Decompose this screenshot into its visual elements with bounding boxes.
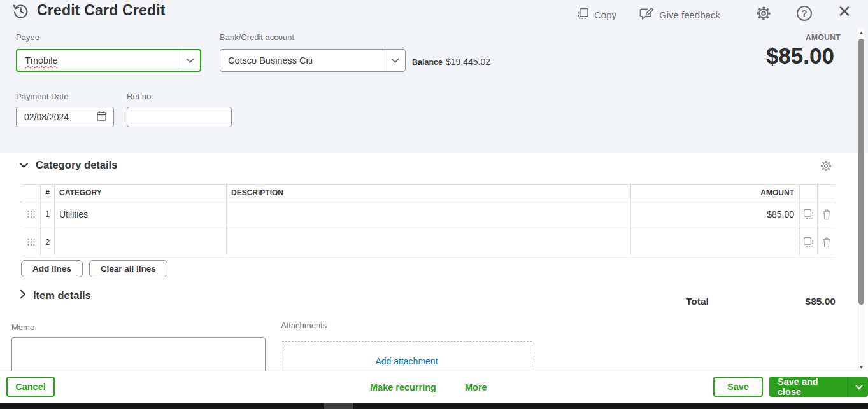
duplicate-line-icon[interactable] <box>799 228 817 256</box>
copy-button[interactable]: Copy <box>576 7 616 22</box>
copy-column-header <box>799 185 817 200</box>
balance-value: $19,445.02 <box>446 57 490 67</box>
form-header-panel: Credit Card Credit Copy Give feedback <box>0 0 868 153</box>
copy-label: Copy <box>594 10 616 20</box>
more-link[interactable]: More <box>465 382 487 392</box>
give-feedback-label: Give feedback <box>659 10 720 20</box>
amount-column-header: AMOUNT <box>630 185 799 200</box>
amount-value: $85.00 <box>766 43 834 69</box>
vertical-scrollbar[interactable]: ▲ ▼ <box>857 29 865 372</box>
clear-all-lines-button[interactable]: Clear all lines <box>89 260 167 277</box>
category-details-toggle[interactable]: Category details <box>19 159 117 171</box>
table-header-row: # CATEGORY DESCRIPTION AMOUNT <box>22 184 835 200</box>
payee-dropdown-button[interactable] <box>180 50 200 71</box>
payee-input[interactable]: Tmobile <box>16 49 201 72</box>
payee-label: Payee <box>16 32 39 42</box>
horizontal-scrollbar[interactable] <box>0 403 868 409</box>
save-and-close-button[interactable]: Save and close <box>769 377 868 397</box>
account-label: Bank/Credit account <box>220 32 294 42</box>
feedback-icon <box>639 6 655 23</box>
total-value: $85.00 <box>806 296 836 307</box>
save-button[interactable]: Save <box>713 377 763 397</box>
give-feedback-button[interactable]: Give feedback <box>639 6 720 23</box>
item-details-title: Item details <box>33 289 91 302</box>
drag-handle[interactable] <box>22 200 40 228</box>
total-label: Total <box>686 296 709 307</box>
copy-icon <box>576 7 590 22</box>
calendar-button[interactable] <box>96 107 113 127</box>
ref-no-label: Ref no. <box>127 92 153 101</box>
account-dropdown-button[interactable] <box>385 50 405 71</box>
chevron-right-icon <box>20 289 26 302</box>
category-column-header: CATEGORY <box>54 185 226 200</box>
footer-bar: Cancel Make recurring More Save Save and… <box>0 371 868 403</box>
account-balance: Balance$19,445.02 <box>412 57 490 67</box>
category-details-title: Category details <box>36 159 117 171</box>
trash-column-header <box>817 185 835 200</box>
vertical-scrollbar-thumb[interactable] <box>858 39 864 305</box>
delete-line-icon[interactable] <box>817 228 835 256</box>
drag-handle[interactable] <box>22 228 40 256</box>
category-lines-table: # CATEGORY DESCRIPTION AMOUNT 1 Utilitie… <box>22 184 835 256</box>
chevron-down-icon <box>19 160 29 171</box>
amount-cell[interactable] <box>630 228 799 256</box>
add-attachment-dropzone[interactable]: Add attachment <box>281 341 532 375</box>
scroll-up-arrow[interactable]: ▲ <box>857 29 865 37</box>
calendar-icon <box>96 111 107 124</box>
payment-date-value: 02/08/2024 <box>24 112 69 122</box>
description-cell[interactable] <box>226 228 630 256</box>
close-icon[interactable]: ✕ <box>837 3 851 20</box>
memo-label: Memo <box>11 322 34 332</box>
balance-label: Balance <box>412 58 443 67</box>
credit-card-credit-form: Credit Card Credit Copy Give feedback <box>0 0 868 409</box>
recent-transactions-icon[interactable] <box>12 3 29 22</box>
add-attachment-link[interactable]: Add attachment <box>375 356 438 366</box>
description-column-header: DESCRIPTION <box>226 185 630 200</box>
save-and-close-dropdown[interactable] <box>850 377 868 397</box>
horizontal-scrollbar-thumb[interactable] <box>324 403 353 409</box>
item-details-toggle[interactable]: Item details <box>20 289 91 302</box>
add-lines-button[interactable]: Add lines <box>21 260 83 277</box>
table-row: 1 Utilities $85.00 <box>22 200 835 228</box>
row-number: 1 <box>40 200 54 228</box>
amount-cell[interactable]: $85.00 <box>630 200 799 228</box>
attachments-label: Attachments <box>281 321 327 330</box>
save-and-close-label[interactable]: Save and close <box>769 377 850 397</box>
settings-gear-icon[interactable] <box>755 5 772 24</box>
description-cell[interactable] <box>226 200 630 228</box>
row-number: 2 <box>40 228 54 256</box>
payee-value: Tmobile <box>25 55 58 66</box>
account-input[interactable]: Cotsco Business Citi <box>220 49 406 72</box>
category-cell[interactable] <box>54 228 226 256</box>
chevron-down-icon <box>186 55 194 66</box>
make-recurring-link[interactable]: Make recurring <box>370 382 436 392</box>
page-title: Credit Card Credit <box>37 2 166 19</box>
account-value: Cotsco Business Citi <box>228 55 313 66</box>
memo-input[interactable] <box>11 337 266 375</box>
handle-column-header <box>22 185 40 200</box>
cancel-button[interactable]: Cancel <box>6 377 55 397</box>
delete-line-icon[interactable] <box>817 200 835 228</box>
duplicate-line-icon[interactable] <box>799 200 817 228</box>
chevron-down-icon <box>855 381 863 392</box>
amount-label: AMOUNT <box>806 33 841 42</box>
payment-date-input[interactable]: 02/08/2024 <box>16 107 114 127</box>
ref-no-input[interactable] <box>127 107 232 127</box>
table-row: 2 <box>22 228 835 256</box>
category-cell[interactable]: Utilities <box>54 200 226 228</box>
table-settings-gear-icon[interactable] <box>820 160 832 175</box>
chevron-down-icon <box>391 55 399 66</box>
payment-date-label: Payment Date <box>16 92 68 101</box>
num-column-header: # <box>40 185 54 200</box>
help-icon[interactable]: ? <box>797 6 812 21</box>
